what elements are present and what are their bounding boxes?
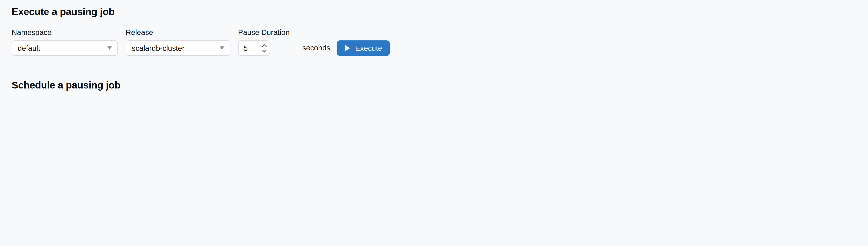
pausing-jobs-page: Execute a pausing job Namespace default …: [0, 0, 868, 94]
play-icon: [344, 45, 351, 51]
chevron-down-icon: [220, 46, 224, 50]
execute-form: Namespace default Release scalardb-clust…: [12, 28, 857, 56]
pause-duration-input[interactable]: 5: [238, 40, 270, 56]
number-stepper[interactable]: [259, 41, 270, 55]
app-viewport: Execute a pausing job Namespace default …: [0, 0, 868, 94]
namespace-select-value: default: [18, 44, 40, 52]
stepper-down-icon[interactable]: [262, 49, 267, 52]
pause-duration-value: 5: [239, 41, 259, 55]
pause-duration-field: Pause Duration 5: [238, 28, 290, 56]
release-select-value: scalardb-cluster: [132, 44, 185, 52]
chevron-down-icon: [107, 46, 112, 50]
schedule-section-title: Schedule a pausing job: [12, 80, 857, 91]
namespace-select[interactable]: default: [12, 40, 118, 56]
pause-duration-label: Pause Duration: [238, 28, 290, 36]
release-label: Release: [126, 28, 230, 36]
release-field: Release scalardb-cluster: [126, 28, 230, 56]
stepper-up-icon[interactable]: [262, 44, 267, 47]
execute-button[interactable]: Execute: [337, 40, 390, 56]
execute-section-title: Execute a pausing job: [12, 0, 857, 18]
release-select[interactable]: scalardb-cluster: [126, 40, 230, 56]
pause-duration-unit-label: seconds: [302, 44, 330, 52]
namespace-field: Namespace default: [12, 28, 118, 56]
namespace-label: Namespace: [12, 28, 118, 36]
execute-button-label: Execute: [355, 44, 382, 52]
